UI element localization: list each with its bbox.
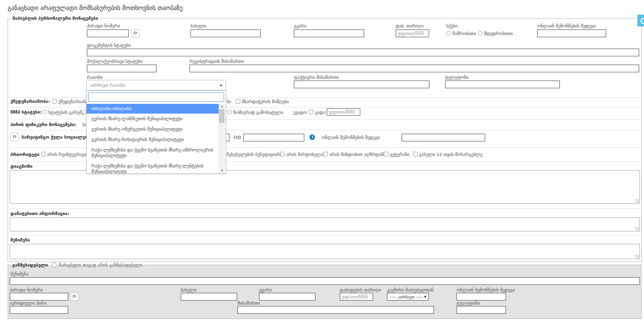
declarant-online-check-label: ონლაინ შემოწმების შედეგი — [457, 288, 515, 293]
declarant-birth-date-label: დაბადების თარიღი — [340, 288, 381, 293]
capacity-support-checkbox[interactable] — [236, 99, 240, 104]
declarant-birth-date-input[interactable] — [340, 293, 373, 301]
capacity-hidden-label-tail: ნი — [227, 99, 231, 104]
select-caret-icon: ▼ — [424, 295, 426, 298]
legal-person-input[interactable] — [10, 306, 68, 314]
declarant-self-label: მაძიებელი თავად არის განმცხადებელი — [59, 262, 143, 268]
scrollbar[interactable]: ▲ ▼ — [219, 104, 225, 173]
disability-moderate-radio[interactable] — [227, 110, 232, 114]
actual-address-label: ფაქტიური მისამართი — [294, 75, 339, 80]
refresh-rating-button[interactable]: ⟳ — [10, 133, 19, 141]
declarant-phone-label: ტელეფონი — [457, 301, 480, 306]
declarant-relation-select[interactable]: ----- აირჩიეთ ----- ▼ — [387, 293, 429, 301]
refresh-icon: ⟳ — [13, 134, 17, 139]
scrollbar-up-icon[interactable]: ▲ — [219, 104, 225, 109]
declarant-last-name-input[interactable] — [259, 293, 315, 301]
district-select-placeholder: აირჩიეთ რაიონი — [90, 83, 126, 88]
search-button[interactable] — [637, 15, 644, 26]
birth-date-input[interactable] — [396, 30, 429, 37]
disability-none-label: სტატუსის გარეშე — [48, 110, 84, 115]
disability-none-radio[interactable] — [42, 110, 47, 114]
disability-termless-label: უვადო — [293, 110, 307, 115]
declarant-phone-input[interactable] — [457, 306, 506, 314]
priority-veteran-checkbox[interactable] — [384, 152, 388, 156]
priority-single-checkbox[interactable] — [280, 152, 285, 156]
sex-label: სქესი: — [446, 24, 459, 28]
disability-moderate-label: ზომიერად გამოხატული — [233, 110, 283, 115]
priority-foster-checkbox[interactable] — [323, 152, 328, 156]
declarant-legend: განმცხადებელი მაძიებელი თავად არის განმც… — [10, 262, 144, 268]
priority-12month-checkbox[interactable] — [413, 152, 418, 156]
district-option[interactable]: გურიის მხარე-ლანჩხუთის მუნიციპალიტეტი — [87, 114, 219, 124]
priority-hidden-label-tail: წესებულების ბენეფიციარი — [227, 152, 283, 157]
refresh-declarant-button[interactable]: ⟳ — [70, 293, 79, 301]
scrollbar-thumb[interactable] — [219, 109, 224, 123]
sex-female-radio[interactable] — [478, 31, 483, 35]
disability-termless-checkbox[interactable] — [309, 110, 313, 114]
sex-male-radio[interactable] — [446, 31, 451, 35]
document-status-input[interactable] — [87, 49, 639, 56]
additional-info-textarea[interactable] — [10, 217, 640, 231]
declarant-note-input[interactable] — [10, 277, 640, 285]
personal-number-input[interactable] — [87, 30, 129, 37]
citizen-status-input[interactable] — [87, 65, 156, 72]
declarant-note-label: შენიშვნა — [10, 272, 29, 277]
first-name-label: სახელი — [191, 24, 207, 28]
declarant-self-checkbox[interactable] — [52, 263, 56, 267]
refresh-personal-number-button[interactable]: ⟳ — [131, 29, 139, 38]
phone-input[interactable] — [445, 81, 560, 88]
divider — [10, 235, 639, 235]
rating-online-check-input[interactable] — [402, 134, 485, 141]
priority-reintegration-checkbox[interactable] — [41, 152, 46, 156]
first-name-input[interactable] — [191, 30, 261, 37]
district-option[interactable]: გურიის მხარე-ჩოხატაურის მუნიციპალიტეტი — [87, 134, 219, 145]
divider — [10, 208, 639, 209]
info-icon: i — [309, 134, 315, 140]
fid-input[interactable] — [243, 134, 304, 141]
district-select[interactable]: აირჩიეთ რაიონი ▲ — [86, 80, 226, 90]
declarant-first-name-label: სახელი — [181, 288, 197, 293]
citizen-status-label: მოქალაქეობრივი სტატუსი — [87, 59, 143, 64]
declarant-legend-title: განმცხადებელი — [12, 262, 48, 268]
district-option[interactable]: რაჭა-ლეჩხუმისა და ქვემო სვანეთის მხარე-ა… — [87, 145, 219, 161]
chevron-up-icon: ▲ — [220, 83, 222, 87]
district-label: რაიონი — [87, 75, 103, 80]
declarant-personal-number-label: პირადი ნომერი — [10, 288, 43, 293]
refresh-icon: ⟳ — [72, 294, 77, 299]
document-status-label: დოკუმენტის სტატუსი — [87, 43, 131, 48]
last-name-input[interactable] — [294, 30, 364, 37]
declarant-last-name-label: გვარი — [259, 288, 272, 293]
declarant-first-name-input[interactable] — [181, 293, 237, 301]
declarant-address-input[interactable] — [238, 306, 434, 314]
sex-male-label: მამრობითი — [452, 31, 476, 36]
disability-term-date-input[interactable] — [327, 108, 360, 116]
registration-address-input[interactable] — [190, 65, 639, 72]
page-title: განაცხადი არაფულადი მომსახურების მოთხოვნ… — [8, 6, 183, 10]
district-option[interactable]: თბილისი-თბილისი — [87, 104, 219, 114]
capacity-capable-checkbox[interactable] — [52, 99, 57, 104]
district-option[interactable]: გურიის მხარე-ოზურგეთის მუნიციპალიტეტი — [87, 124, 219, 134]
declarant-personal-number-input[interactable] — [10, 293, 68, 301]
application-form-page: განაცხადი არაფულადი მომსახურების მოთხოვნ… — [0, 0, 644, 321]
priority-veteran-label: ვეტერანი — [390, 152, 410, 157]
declarant-online-check-input[interactable] — [457, 293, 506, 301]
priority-reintegration-label: არის რეინტეგრაცი — [47, 152, 87, 157]
note-textarea[interactable] — [10, 244, 640, 259]
priority-single-label: არის მარტოხელა — [286, 152, 323, 157]
diagnosis-textarea[interactable] — [10, 170, 640, 204]
last-name-label: გვარი — [294, 24, 306, 28]
scrollbar-down-icon[interactable]: ▼ — [219, 168, 225, 173]
actual-address-input[interactable] — [294, 81, 429, 88]
note-label: შენიშვნა — [10, 238, 30, 242]
physical-data-label: პირის ფიზიკური მონაცემები: — [10, 122, 77, 127]
district-search-input[interactable] — [88, 92, 224, 102]
refresh-icon: ⟳ — [133, 30, 137, 36]
disability-term-label: ვადა: — [315, 110, 327, 115]
rating-online-check-label: ონლაინ შემოწმების შედეგი — [322, 135, 380, 140]
capacity-capable-label: ქმედუნარიანი — [58, 99, 88, 104]
district-option[interactable]: რაჭა-ლეჩხუმისა და ქვემო სვანეთის მხარე-ლ… — [87, 161, 219, 173]
online-check-input[interactable] — [537, 30, 606, 37]
personal-number-label: პირადი ნომერი — [87, 24, 120, 28]
declarant-relation-value: ----- აირჩიეთ ----- — [389, 295, 423, 299]
legal-person-label: იურიდიული პირი — [10, 301, 47, 306]
